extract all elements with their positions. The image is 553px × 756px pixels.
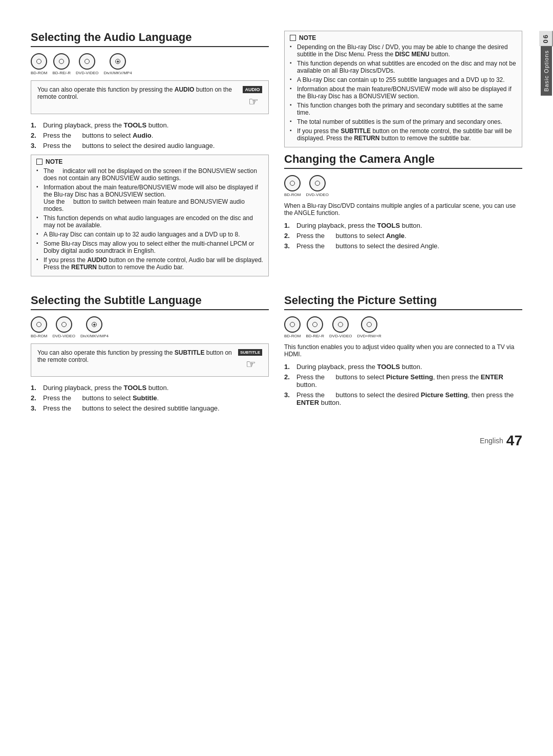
right-note-item-3: A Blu-ray Disc can contain up to 255 sub…	[290, 76, 517, 83]
right-note-square-icon	[290, 35, 296, 41]
audio-note-title: NOTE	[36, 158, 263, 165]
bottom-two-col: Selecting the Subtitle Language BD-ROM D…	[31, 294, 522, 417]
picture-setting-title: Selecting the Picture Setting	[284, 294, 522, 310]
right-col: NOTE Depending on the Blu-ray Disc / DVD…	[284, 31, 522, 282]
right-note-list: Depending on the Blu-ray Disc / DVD, you…	[290, 44, 517, 142]
right-note-item-5: This function changes both the primary a…	[290, 102, 517, 116]
audio-info-box: You can also operate this function by pr…	[31, 80, 269, 114]
camera-intro: When a Blu-ray Disc/DVD contains multipl…	[284, 202, 522, 217]
camera-step-2: 2. Press the buttons to select Angle.	[284, 232, 522, 240]
picture-step-2: 2. Press the buttons to select Picture S…	[284, 373, 522, 388]
right-note-item-4: Information about the main feature/BONUS…	[290, 85, 517, 100]
subtitle-disc-icon-bdrom: BD-ROM	[31, 316, 47, 338]
sidebar-section-label: Basic Options	[541, 46, 552, 96]
top-two-col: Selecting the Audio Language BD-ROM BD-R…	[31, 31, 522, 282]
subtitle-step-2: 2. Press the buttons to select Subtitle.	[31, 394, 269, 402]
subtitle-info-bold: SUBTITLE	[175, 349, 205, 356]
camera-disc-icon-dvdvideo: DVD-VIDEO	[306, 175, 328, 197]
audio-step-3: 3. Press the buttons to select the desir…	[31, 142, 269, 149]
page-footer: English 47	[31, 433, 522, 449]
picture-disc-icon-bdrer: BD-RE/-R	[306, 316, 324, 338]
right-note-item-6: The total number of subtitles is the sum…	[290, 118, 517, 125]
audio-note-box: NOTE The indicator will not be displayed…	[31, 155, 269, 276]
picture-disc-icon-bdrom: BD-ROM	[284, 316, 301, 338]
audio-note-item-3: This function depends on what audio lang…	[36, 214, 263, 229]
audio-step-2: 2. Press the buttons to select Audio.	[31, 132, 269, 139]
picture-intro: This function enables you to adjust vide…	[284, 343, 522, 358]
picture-disc-icon-dvdrwr: DVD+RW/+R	[357, 316, 381, 338]
disc-icon-dvdvideo: DVD-VIDEO	[76, 53, 98, 75]
subtitle-disc-icons: BD-ROM DVD-VIDEO DivX/MKV/MP4	[31, 316, 269, 338]
picture-step-1: 1. During playback, press the TOOLS butt…	[284, 363, 522, 371]
disc-icon-bdrer: BD-RE/-R	[52, 53, 71, 75]
subtitle-info-box: You can also operate this function by pr…	[31, 343, 269, 377]
subtitle-language-title: Selecting the Subtitle Language	[31, 294, 269, 310]
audio-language-title: Selecting the Audio Language	[31, 31, 269, 47]
page-language: English	[480, 437, 503, 445]
picture-disc-icons: BD-ROM BD-RE/-R DVD-VIDEO DVD+RW/+R	[284, 316, 522, 338]
audio-note-item-1: The indicator will not be displayed on t…	[36, 167, 263, 182]
subtitle-step-1: 1. During playback, press the TOOLS butt…	[31, 384, 269, 392]
audio-steps: 1. During playback, press the TOOLS butt…	[31, 121, 269, 149]
audio-info-bold: AUDIO	[175, 86, 195, 93]
audio-language-section: Selecting the Audio Language BD-ROM BD-R…	[31, 31, 269, 282]
camera-disc-icons: BD-ROM DVD-VIDEO	[284, 175, 522, 197]
subtitle-disc-icon-dvdvideo: DVD-VIDEO	[52, 316, 75, 338]
disc-icon-bdrom: BD-ROM	[31, 53, 47, 75]
page: 06 Basic Options Selecting the Audio Lan…	[0, 0, 553, 756]
picture-setting-section: Selecting the Picture Setting BD-ROM BD-…	[284, 294, 522, 417]
right-note-item-7: If you press the SUBTITLE button on the …	[290, 127, 517, 142]
right-note-title: NOTE	[290, 34, 517, 41]
audio-note-item-5: Some Blu-ray Discs may allow you to sele…	[36, 240, 263, 254]
camera-angle-section: Changing the Camera Angle BD-ROM DVD-VID…	[284, 153, 522, 250]
camera-disc-icon-bdrom: BD-ROM	[284, 175, 301, 197]
audio-note-item-6: If you press the AUDIO button on the rem…	[36, 256, 263, 271]
subtitle-steps: 1. During playback, press the TOOLS butt…	[31, 384, 269, 412]
subtitle-info-text: You can also operate this function by pr…	[37, 349, 175, 356]
subtitle-hand-icon: ☞	[246, 358, 256, 371]
right-note-box: NOTE Depending on the Blu-ray Disc / DVD…	[284, 31, 522, 147]
right-note-item-1: Depending on the Blu-ray Disc / DVD, you…	[290, 44, 517, 58]
camera-step-3: 3. Press the buttons to select the desir…	[284, 242, 522, 250]
camera-steps: 1. During playback, press the TOOLS butt…	[284, 222, 522, 250]
disc-icon-divx: DivX/MKV/MP4	[103, 53, 132, 75]
audio-note-item-4: A Blu-ray Disc can contain up to 32 audi…	[36, 231, 263, 238]
hand-icon: ☞	[248, 95, 259, 109]
audio-info-text: You can also operate this function by pr…	[37, 86, 175, 93]
audio-step-1: 1. During playback, press the TOOLS butt…	[31, 121, 269, 129]
subtitle-language-section: Selecting the Subtitle Language BD-ROM D…	[31, 294, 269, 417]
audio-note-list: The indicator will not be displayed on t…	[36, 167, 263, 271]
subtitle-disc-icon-divx: DivX/MKV/MP4	[80, 316, 109, 338]
camera-angle-title: Changing the Camera Angle	[284, 153, 522, 169]
subtitle-badge: SUBTITLE	[238, 349, 262, 356]
audio-badge: AUDIO	[243, 86, 262, 93]
picture-disc-icon-dvdvideo: DVD-VIDEO	[329, 316, 352, 338]
subtitle-step-3: 3. Press the buttons to select the desir…	[31, 404, 269, 412]
sidebar-number: 06	[539, 31, 553, 46]
audio-note-item-2: Information about the main feature/BONUS…	[36, 184, 263, 212]
picture-steps: 1. During playback, press the TOOLS butt…	[284, 363, 522, 406]
page-number: 47	[506, 433, 522, 449]
camera-step-1: 1. During playback, press the TOOLS butt…	[284, 222, 522, 229]
picture-step-3: 3. Press the buttons to select the desir…	[284, 391, 522, 406]
audio-disc-icons: BD-ROM BD-RE/-R DVD-VIDEO DivX/MKV/MP4	[31, 53, 269, 75]
right-note-item-2: This function depends on what subtitles …	[290, 60, 517, 74]
note-square-icon	[36, 159, 42, 165]
